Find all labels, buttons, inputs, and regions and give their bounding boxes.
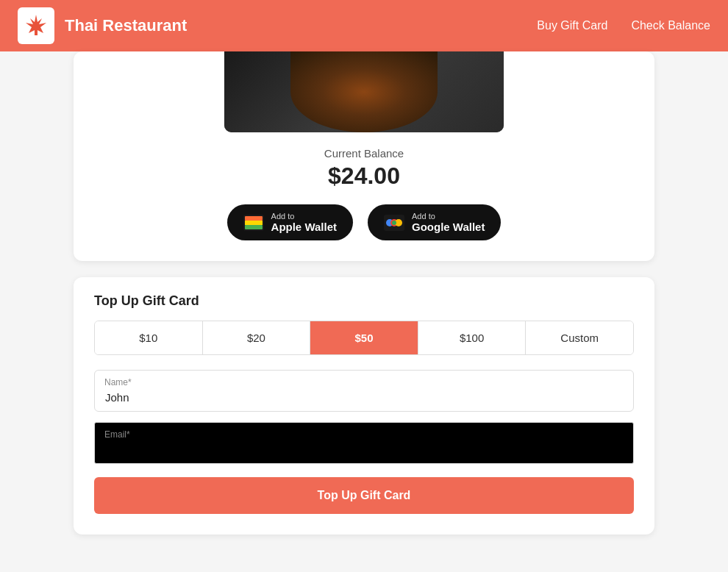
email-label: Email* bbox=[104, 429, 130, 440]
svg-rect-6 bbox=[245, 225, 263, 229]
main-content: Current Balance $24.00 Add to Apple Wall… bbox=[0, 51, 728, 557]
apple-wallet-icon bbox=[243, 215, 264, 231]
email-field-group: Email* bbox=[94, 422, 634, 464]
topup-title: Top Up Gift Card bbox=[94, 293, 634, 309]
logo bbox=[18, 7, 54, 44]
svg-rect-5 bbox=[245, 221, 263, 225]
google-wallet-icon bbox=[384, 215, 404, 231]
amount-options: $10 $20 $50 $100 Custom bbox=[94, 321, 634, 355]
google-wallet-button[interactable]: Add to Google Wallet bbox=[368, 204, 501, 240]
balance-label: Current Balance bbox=[96, 147, 632, 160]
apple-wallet-button[interactable]: Add to Apple Wallet bbox=[227, 204, 353, 240]
name-label: Name* bbox=[104, 377, 132, 387]
site-title: Thai Restaurant bbox=[65, 16, 537, 35]
header: Thai Restaurant Buy Gift Card Check Bala… bbox=[0, 0, 728, 51]
topup-container: Top Up Gift Card $10 $20 $50 $100 Custom… bbox=[74, 277, 654, 535]
svg-point-11 bbox=[392, 221, 396, 225]
header-nav: Buy Gift Card Check Balance bbox=[537, 19, 710, 32]
svg-rect-2 bbox=[35, 29, 38, 35]
amount-50[interactable]: $50 bbox=[310, 321, 418, 354]
amount-20[interactable]: $20 bbox=[203, 321, 311, 354]
footer-contact: 📍 Address 123 Main Street Cityville, Sta… bbox=[0, 557, 728, 572]
topup-button[interactable]: Top Up Gift Card bbox=[94, 477, 634, 514]
amount-custom[interactable]: Custom bbox=[526, 321, 633, 354]
check-balance-link[interactable]: Check Balance bbox=[631, 19, 710, 32]
balance-section: Current Balance $24.00 bbox=[96, 147, 632, 190]
apple-wallet-text: Add to Apple Wallet bbox=[271, 212, 337, 233]
amount-10[interactable]: $10 bbox=[95, 321, 203, 354]
buy-gift-card-link[interactable]: Buy Gift Card bbox=[537, 19, 607, 32]
name-input[interactable] bbox=[94, 370, 634, 412]
balance-amount: $24.00 bbox=[96, 162, 632, 190]
svg-rect-4 bbox=[245, 216, 263, 221]
gift-card-card: Current Balance $24.00 Add to Apple Wall… bbox=[74, 51, 654, 261]
wallet-buttons: Add to Apple Wallet Add to Googl bbox=[96, 204, 632, 240]
email-input[interactable] bbox=[94, 422, 634, 464]
name-field-group: Name* bbox=[94, 370, 634, 412]
gift-card-image bbox=[224, 51, 504, 132]
amount-100[interactable]: $100 bbox=[418, 321, 527, 354]
google-wallet-text: Add to Google Wallet bbox=[412, 212, 485, 233]
